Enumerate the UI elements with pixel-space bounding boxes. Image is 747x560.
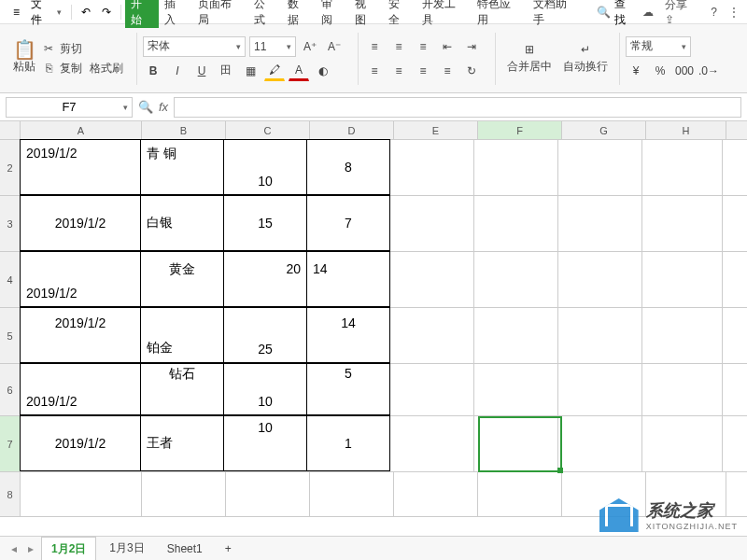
paste-button[interactable]: 📋 粘贴 bbox=[7, 38, 41, 78]
cell-F3[interactable] bbox=[474, 196, 558, 251]
cell-B3[interactable]: 白银 bbox=[140, 195, 224, 251]
tab-insert[interactable]: 插入 bbox=[159, 0, 192, 28]
cell-B2[interactable]: 青 铜 bbox=[140, 139, 224, 195]
help-icon[interactable]: ? bbox=[711, 6, 717, 19]
cell-H4[interactable] bbox=[642, 252, 723, 307]
cell-B5[interactable]: 铂金 bbox=[140, 307, 224, 363]
tab-dev[interactable]: 开发工具 bbox=[416, 0, 472, 28]
fill-icon[interactable]: ▦ bbox=[240, 61, 261, 81]
merge-button[interactable]: ⊞ 合并居中 bbox=[501, 38, 557, 78]
sheet-tab[interactable]: 1月3日 bbox=[100, 537, 153, 560]
cell-E4[interactable] bbox=[390, 252, 474, 307]
cell-A2[interactable]: 2019/1/2 bbox=[20, 139, 141, 195]
sheet-nav-first[interactable]: ◂ bbox=[7, 542, 21, 555]
cell-G2[interactable] bbox=[558, 140, 642, 195]
cut-label[interactable]: 剪切 bbox=[60, 41, 82, 57]
cloud-icon[interactable]: ☁ bbox=[642, 6, 654, 19]
font-color-icon[interactable]: A bbox=[289, 61, 309, 81]
share-button[interactable]: 分享 ⇪ bbox=[665, 0, 699, 26]
fx-icon[interactable]: fx bbox=[159, 100, 168, 114]
align-top-icon[interactable]: ≡ bbox=[364, 36, 385, 57]
cell-H6[interactable] bbox=[642, 364, 723, 415]
font-name-select[interactable]: 宋体▾ bbox=[143, 36, 246, 57]
search-button[interactable]: 🔍 查找 bbox=[591, 0, 642, 28]
cell-B6[interactable]: 钻石 bbox=[140, 363, 224, 415]
more-icon[interactable]: ⋮ bbox=[728, 6, 740, 19]
dec-inc-icon[interactable]: .0→ bbox=[698, 61, 719, 81]
formula-input[interactable] bbox=[174, 97, 741, 118]
cell-D7[interactable]: 1 bbox=[306, 415, 390, 471]
orientation-icon[interactable]: ↻ bbox=[461, 61, 482, 81]
cell-E5[interactable] bbox=[390, 308, 474, 363]
select-all-corner[interactable] bbox=[0, 121, 21, 139]
cell-C5[interactable]: 25 bbox=[223, 307, 307, 363]
cell-D8[interactable] bbox=[310, 472, 394, 516]
indent-dec-icon[interactable]: ⇤ bbox=[437, 36, 458, 57]
sheet-tab-active[interactable]: 1月2日 bbox=[41, 537, 96, 561]
cell-H3[interactable] bbox=[642, 196, 723, 251]
cell-D6[interactable]: 5 bbox=[306, 363, 390, 415]
file-menu[interactable]: 文件 ▾ bbox=[25, 0, 67, 28]
cell-F6[interactable] bbox=[474, 364, 558, 415]
rowhdr-3[interactable]: 3 bbox=[0, 196, 21, 251]
cell-F7[interactable] bbox=[474, 416, 558, 471]
col-D[interactable]: D bbox=[310, 121, 394, 139]
col-G[interactable]: G bbox=[562, 121, 646, 139]
align-left-icon[interactable]: ≡ bbox=[364, 61, 385, 81]
cell-H2[interactable] bbox=[642, 140, 723, 195]
tab-home[interactable]: 开始 bbox=[125, 0, 159, 28]
sheet-nav-prev[interactable]: ▸ bbox=[24, 542, 37, 555]
cell-A4[interactable]: 2019/1/2 bbox=[20, 251, 141, 307]
cell-G3[interactable] bbox=[558, 196, 642, 251]
name-box[interactable]: F7 ▾ bbox=[6, 97, 133, 118]
col-B[interactable]: B bbox=[142, 121, 226, 139]
tab-formula[interactable]: 公式 bbox=[248, 0, 282, 28]
increase-font-icon[interactable]: A⁺ bbox=[300, 36, 320, 57]
cell-G5[interactable] bbox=[558, 308, 642, 363]
align-mid-icon[interactable]: ≡ bbox=[388, 36, 409, 57]
italic-icon[interactable]: I bbox=[167, 61, 188, 81]
fill-color-icon[interactable]: 🖍 bbox=[264, 61, 285, 81]
col-H[interactable]: H bbox=[646, 121, 726, 139]
col-E[interactable]: E bbox=[394, 121, 478, 139]
rowhdr-7[interactable]: 7 bbox=[0, 416, 21, 471]
cell-C4[interactable]: 20 bbox=[223, 251, 307, 307]
tab-special[interactable]: 特色应用 bbox=[472, 0, 528, 28]
cell-G4[interactable] bbox=[558, 252, 642, 307]
cell-D4[interactable]: 14 bbox=[306, 251, 390, 307]
cell-H5[interactable] bbox=[642, 308, 723, 363]
justify-icon[interactable]: ≡ bbox=[437, 61, 458, 81]
cell-G7[interactable] bbox=[558, 416, 642, 471]
border-icon[interactable]: 田 bbox=[216, 61, 236, 81]
cell-B4[interactable]: 黄金 bbox=[140, 251, 224, 307]
tab-security[interactable]: 安全 bbox=[383, 0, 416, 28]
hamburger-icon[interactable]: ≡ bbox=[7, 6, 25, 19]
sheet-add[interactable]: + bbox=[216, 539, 241, 559]
tab-review[interactable]: 审阅 bbox=[316, 0, 349, 28]
rowhdr-5[interactable]: 5 bbox=[0, 308, 21, 363]
cell-G6[interactable] bbox=[558, 364, 642, 415]
wrap-button[interactable]: ↵ 自动换行 bbox=[557, 38, 613, 78]
cell-B7[interactable]: 王者 bbox=[140, 415, 224, 471]
format-painter[interactable]: 格式刷 bbox=[90, 61, 123, 77]
cell-D3[interactable]: 7 bbox=[306, 195, 390, 251]
tab-layout[interactable]: 页面布局 bbox=[192, 0, 248, 28]
cell-E6[interactable] bbox=[390, 364, 474, 415]
copy-icon[interactable]: ⎘ bbox=[41, 61, 56, 76]
indent-inc-icon[interactable]: ⇥ bbox=[461, 36, 482, 57]
cell-A6[interactable]: 2019/1/2 bbox=[20, 363, 141, 415]
percent-icon[interactable]: % bbox=[650, 61, 670, 81]
align-bot-icon[interactable]: ≡ bbox=[413, 36, 433, 57]
cell-F2[interactable] bbox=[474, 140, 558, 195]
decrease-font-icon[interactable]: A⁻ bbox=[324, 36, 345, 57]
tab-doc-helper[interactable]: 文档助手 bbox=[528, 0, 584, 28]
cell-C3[interactable]: 15 bbox=[223, 195, 307, 251]
cell-D2[interactable]: 8 bbox=[306, 139, 390, 195]
align-center-icon[interactable]: ≡ bbox=[388, 61, 409, 81]
copy-label[interactable]: 复制 bbox=[60, 61, 82, 77]
underline-icon[interactable]: U bbox=[191, 61, 212, 81]
col-C[interactable]: C bbox=[226, 121, 310, 139]
cell-A7[interactable]: 2019/1/2 bbox=[20, 415, 141, 471]
rowhdr-4[interactable]: 4 bbox=[0, 252, 21, 307]
cell-E3[interactable] bbox=[390, 196, 474, 251]
